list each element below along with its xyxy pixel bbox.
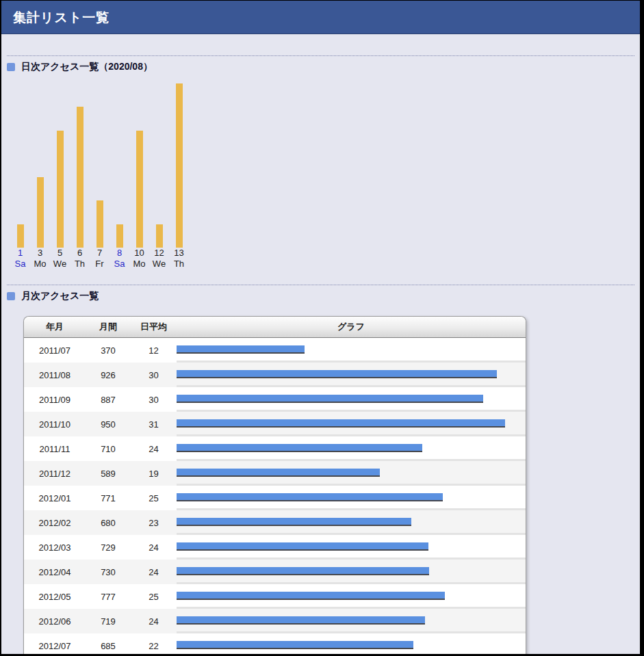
- cell-monthly-total: 370: [86, 338, 131, 363]
- section-bullet-icon: [7, 292, 15, 300]
- monthly-table-row: 2011/10 950 31: [24, 412, 526, 436]
- daily-bar-group: 7 Fr: [90, 77, 110, 270]
- daily-chart: 1 Sa 3 Mo 5 We 6 Th 7 Fr 8 Sa: [10, 77, 634, 270]
- cell-graph: [177, 633, 526, 656]
- cell-year-month: 2011/10: [24, 412, 86, 436]
- cell-graph: [177, 609, 526, 633]
- daily-access-bar: [156, 224, 163, 248]
- daily-bar-group: 5 We: [50, 77, 70, 270]
- cell-daily-average: 22: [131, 633, 177, 656]
- monthly-section-title: 月次アクセス一覧: [21, 290, 99, 302]
- monthly-table-row: 2012/06 719 24: [24, 609, 526, 633]
- daily-bar-group: 10 Mo: [129, 77, 149, 270]
- cell-graph: [177, 535, 526, 560]
- cell-graph: [177, 436, 526, 461]
- monthly-table: 年月 月間 日平均 グラフ 2011/07 370 12 2011/08 926…: [23, 316, 526, 656]
- monthly-access-bar: [177, 493, 443, 501]
- col-header-daily-average: 日平均: [131, 317, 177, 338]
- daily-bar-group: 6 Th: [70, 77, 90, 270]
- monthly-table-row: 2012/03 729 24: [24, 535, 526, 560]
- daily-access-bar: [77, 107, 83, 248]
- cell-monthly-total: 730: [86, 560, 131, 584]
- cell-daily-average: 24: [131, 609, 177, 633]
- monthly-access-section-header: 月次アクセス一覧: [7, 291, 634, 302]
- cell-year-month: 2011/09: [24, 387, 86, 412]
- monthly-access-bar: [177, 616, 425, 625]
- cell-year-month: 2012/01: [24, 486, 86, 510]
- cell-graph: [177, 560, 526, 584]
- cell-daily-average: 30: [131, 363, 177, 387]
- section-bullet-icon: [7, 63, 15, 71]
- daily-access-bar: [37, 177, 44, 248]
- col-header-year-month: 年月: [24, 317, 86, 338]
- cell-daily-average: 24: [131, 535, 177, 560]
- dotted-divider: [7, 285, 634, 285]
- weekday-label: Sa: [110, 259, 129, 270]
- cell-monthly-total: 926: [86, 363, 131, 387]
- cell-graph: [177, 363, 526, 387]
- monthly-table-row: 2011/08 926 30: [24, 363, 526, 387]
- daily-bar-group: 12 We: [149, 77, 169, 270]
- day-number-label: 12: [149, 248, 169, 259]
- daily-bar-group: 8 Sa: [110, 77, 129, 270]
- weekday-label: Th: [70, 259, 90, 270]
- cell-daily-average: 25: [131, 584, 177, 609]
- day-number-label: 3: [30, 248, 50, 259]
- monthly-table-row: 2012/07 685 22: [24, 633, 526, 656]
- app-window: 集計リスト一覧 日次アクセス一覧（2020/08） 1 Sa 3 Mo 5 We: [0, 0, 644, 656]
- cell-year-month: 2012/02: [24, 510, 86, 535]
- cell-monthly-total: 710: [86, 436, 131, 461]
- monthly-access-bar: [177, 419, 505, 428]
- cell-year-month: 2011/11: [24, 436, 86, 461]
- monthly-table-row: 2011/11 710 24: [24, 436, 526, 461]
- cell-year-month: 2012/03: [24, 535, 86, 560]
- cell-daily-average: 19: [131, 461, 177, 486]
- monthly-table-body: 2011/07 370 12 2011/08 926 30 2011/09 88…: [24, 338, 526, 656]
- monthly-table-row: 2012/02 680 23: [24, 510, 526, 535]
- monthly-table-row: 2012/01 771 25: [24, 486, 526, 510]
- monthly-table-row: 2012/04 730 24: [24, 560, 526, 584]
- daily-access-bar: [176, 83, 183, 248]
- daily-bar-group: 3 Mo: [30, 77, 50, 270]
- cell-daily-average: 25: [131, 486, 177, 510]
- day-number-label: 8: [110, 248, 129, 259]
- weekday-label: Th: [169, 259, 189, 270]
- monthly-access-bar: [177, 370, 497, 378]
- monthly-table-row: 2011/12 589 19: [24, 461, 526, 486]
- daily-access-section-header: 日次アクセス一覧（2020/08）: [7, 62, 634, 73]
- monthly-table-header: 年月 月間 日平均 グラフ: [24, 317, 526, 338]
- day-number-label: 5: [50, 248, 70, 259]
- day-number-label: 7: [90, 248, 110, 259]
- cell-year-month: 2012/05: [24, 584, 86, 609]
- daily-access-bar: [17, 224, 24, 248]
- daily-access-bar: [96, 200, 103, 248]
- cell-year-month: 2012/07: [24, 633, 86, 656]
- monthly-access-bar: [177, 641, 413, 649]
- weekday-label: We: [50, 259, 70, 270]
- day-number-label: 6: [70, 248, 90, 259]
- cell-monthly-total: 729: [86, 535, 131, 560]
- page-title: 集計リスト一覧: [1, 1, 640, 27]
- cell-year-month: 2012/06: [24, 609, 86, 633]
- cell-graph: [177, 510, 526, 535]
- cell-monthly-total: 950: [86, 412, 131, 436]
- cell-graph: [177, 338, 526, 363]
- daily-bar-group: 1 Sa: [10, 77, 30, 270]
- cell-daily-average: 24: [131, 436, 177, 461]
- dotted-divider: [7, 55, 634, 56]
- cell-monthly-total: 589: [86, 461, 131, 486]
- cell-daily-average: 30: [131, 387, 177, 412]
- cell-monthly-total: 719: [86, 609, 131, 633]
- weekday-label: Sa: [10, 259, 30, 270]
- monthly-access-bar: [177, 518, 411, 526]
- weekday-label: Fr: [90, 259, 110, 270]
- monthly-table-row: 2011/09 887 30: [24, 387, 526, 412]
- monthly-access-bar: [177, 395, 483, 403]
- daily-section-title: 日次アクセス一覧（2020/08）: [21, 61, 153, 73]
- cell-year-month: 2011/08: [24, 363, 86, 387]
- cell-graph: [177, 461, 526, 486]
- monthly-access-bar: [177, 567, 429, 575]
- cell-daily-average: 23: [131, 510, 177, 535]
- cell-daily-average: 12: [131, 338, 177, 363]
- cell-monthly-total: 680: [86, 510, 131, 535]
